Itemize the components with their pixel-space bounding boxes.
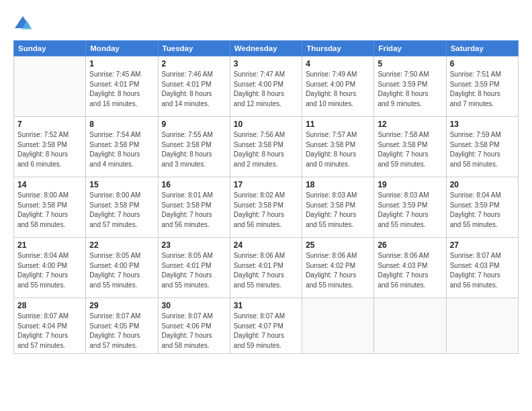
day-info: Sunrise: 8:00 AMSunset: 3:58 PMDaylight:… [89,191,154,230]
calendar-week-3: 14Sunrise: 8:00 AMSunset: 3:58 PMDayligh… [14,177,519,238]
column-header-monday: Monday [86,41,158,56]
day-number: 3 [234,59,298,68]
day-number: 5 [378,59,442,68]
day-number: 22 [89,240,154,250]
day-info: Sunrise: 8:07 AMSunset: 4:05 PMDaylight:… [89,312,154,351]
day-info: Sunrise: 8:06 AMSunset: 4:01 PMDaylight:… [234,251,298,290]
day-info: Sunrise: 8:05 AMSunset: 4:00 PMDaylight:… [89,251,154,290]
calendar-cell: 31Sunrise: 8:07 AMSunset: 4:07 PMDayligh… [230,298,302,354]
day-info: Sunrise: 7:58 AMSunset: 3:58 PMDaylight:… [378,130,442,169]
day-info: Sunrise: 8:06 AMSunset: 4:02 PMDaylight:… [306,251,370,290]
calendar-week-5: 28Sunrise: 8:07 AMSunset: 4:04 PMDayligh… [14,298,519,354]
calendar-cell: 4Sunrise: 7:49 AMSunset: 4:00 PMDaylight… [302,56,374,117]
calendar-cell: 21Sunrise: 8:04 AMSunset: 4:00 PMDayligh… [14,238,86,298]
calendar-cell: 8Sunrise: 7:54 AMSunset: 3:58 PMDaylight… [86,117,158,177]
day-number: 11 [306,120,370,129]
page: SundayMondayTuesdayWednesdayThursdayFrid… [0,0,532,411]
calendar-cell: 28Sunrise: 8:07 AMSunset: 4:04 PMDayligh… [14,298,86,354]
day-info: Sunrise: 8:07 AMSunset: 4:07 PMDaylight:… [234,312,298,351]
day-number: 8 [89,120,154,129]
calendar-cell: 24Sunrise: 8:06 AMSunset: 4:01 PMDayligh… [230,238,302,298]
day-number: 19 [378,180,442,189]
day-number: 10 [234,120,298,129]
calendar-cell: 3Sunrise: 7:47 AMSunset: 4:00 PMDaylight… [230,56,302,117]
column-header-wednesday: Wednesday [230,41,302,56]
day-info: Sunrise: 7:54 AMSunset: 3:58 PMDaylight:… [89,130,154,169]
calendar-cell: 20Sunrise: 8:04 AMSunset: 3:59 PMDayligh… [446,177,518,238]
calendar-cell: 23Sunrise: 8:05 AMSunset: 4:01 PMDayligh… [158,238,230,298]
day-number: 31 [234,301,298,310]
calendar-cell: 15Sunrise: 8:00 AMSunset: 3:58 PMDayligh… [86,177,158,238]
day-number: 28 [17,301,82,310]
day-number: 9 [162,120,226,129]
calendar-week-2: 7Sunrise: 7:52 AMSunset: 3:58 PMDaylight… [14,117,519,177]
day-info: Sunrise: 7:57 AMSunset: 3:58 PMDaylight:… [306,130,370,169]
day-number: 7 [17,120,82,129]
day-info: Sunrise: 7:56 AMSunset: 3:58 PMDaylight:… [234,130,298,169]
day-info: Sunrise: 8:07 AMSunset: 4:04 PMDaylight:… [17,312,82,351]
day-info: Sunrise: 7:47 AMSunset: 4:00 PMDaylight:… [234,70,298,109]
day-number: 12 [378,120,442,129]
calendar-cell: 17Sunrise: 8:02 AMSunset: 3:58 PMDayligh… [230,177,302,238]
calendar-cell: 10Sunrise: 7:56 AMSunset: 3:58 PMDayligh… [230,117,302,177]
calendar-cell: 5Sunrise: 7:50 AMSunset: 3:59 PMDaylight… [374,56,446,117]
logo [13,15,35,34]
day-info: Sunrise: 8:07 AMSunset: 4:06 PMDaylight:… [162,312,226,351]
logo-icon [13,15,32,34]
calendar-cell: 26Sunrise: 8:06 AMSunset: 4:03 PMDayligh… [374,238,446,298]
day-info: Sunrise: 8:05 AMSunset: 4:01 PMDaylight:… [162,251,226,290]
day-info: Sunrise: 7:55 AMSunset: 3:58 PMDaylight:… [162,130,226,169]
calendar-cell [446,298,518,354]
day-number: 29 [89,301,154,310]
day-number: 15 [89,180,154,189]
calendar-cell: 27Sunrise: 8:07 AMSunset: 4:03 PMDayligh… [446,238,518,298]
calendar-cell: 25Sunrise: 8:06 AMSunset: 4:02 PMDayligh… [302,238,374,298]
day-number: 4 [306,59,370,68]
column-header-sunday: Sunday [14,41,86,56]
day-number: 14 [17,180,82,189]
day-info: Sunrise: 8:03 AMSunset: 3:59 PMDaylight:… [378,191,442,230]
day-info: Sunrise: 8:02 AMSunset: 3:58 PMDaylight:… [234,191,298,230]
calendar-cell: 14Sunrise: 8:00 AMSunset: 3:58 PMDayligh… [14,177,86,238]
day-number: 2 [162,59,226,68]
calendar-cell: 12Sunrise: 7:58 AMSunset: 3:58 PMDayligh… [374,117,446,177]
column-header-thursday: Thursday [302,41,374,56]
calendar-cell: 11Sunrise: 7:57 AMSunset: 3:58 PMDayligh… [302,117,374,177]
calendar-cell [14,56,86,117]
calendar-week-1: 1Sunrise: 7:45 AMSunset: 4:01 PMDaylight… [14,56,519,117]
calendar-cell: 2Sunrise: 7:46 AMSunset: 4:01 PMDaylight… [158,56,230,117]
day-info: Sunrise: 8:06 AMSunset: 4:03 PMDaylight:… [378,251,442,290]
calendar-cell: 13Sunrise: 7:59 AMSunset: 3:58 PMDayligh… [446,117,518,177]
day-info: Sunrise: 7:59 AMSunset: 3:58 PMDaylight:… [450,130,515,169]
day-number: 13 [450,120,515,129]
day-info: Sunrise: 8:01 AMSunset: 3:58 PMDaylight:… [162,191,226,230]
calendar-cell: 6Sunrise: 7:51 AMSunset: 3:59 PMDaylight… [446,56,518,117]
calendar-cell: 22Sunrise: 8:05 AMSunset: 4:00 PMDayligh… [86,238,158,298]
column-header-saturday: Saturday [446,41,518,56]
day-number: 16 [162,180,226,189]
day-number: 30 [162,301,226,310]
column-header-friday: Friday [374,41,446,56]
calendar: SundayMondayTuesdayWednesdayThursdayFrid… [13,40,519,354]
calendar-week-4: 21Sunrise: 8:04 AMSunset: 4:00 PMDayligh… [14,238,519,298]
day-info: Sunrise: 7:45 AMSunset: 4:01 PMDaylight:… [89,70,154,109]
day-info: Sunrise: 7:50 AMSunset: 3:59 PMDaylight:… [378,70,442,109]
day-number: 24 [234,240,298,250]
calendar-cell: 19Sunrise: 8:03 AMSunset: 3:59 PMDayligh… [374,177,446,238]
day-number: 23 [162,240,226,250]
calendar-cell: 1Sunrise: 7:45 AMSunset: 4:01 PMDaylight… [86,56,158,117]
day-info: Sunrise: 7:51 AMSunset: 3:59 PMDaylight:… [450,70,515,109]
day-info: Sunrise: 7:46 AMSunset: 4:01 PMDaylight:… [162,70,226,109]
calendar-cell: 7Sunrise: 7:52 AMSunset: 3:58 PMDaylight… [14,117,86,177]
calendar-cell [374,298,446,354]
header [13,12,519,34]
calendar-cell: 18Sunrise: 8:03 AMSunset: 3:58 PMDayligh… [302,177,374,238]
calendar-cell: 30Sunrise: 8:07 AMSunset: 4:06 PMDayligh… [158,298,230,354]
day-number: 20 [450,180,515,189]
calendar-cell: 29Sunrise: 8:07 AMSunset: 4:05 PMDayligh… [86,298,158,354]
day-number: 21 [17,240,82,250]
day-number: 27 [450,240,515,250]
day-info: Sunrise: 7:49 AMSunset: 4:00 PMDaylight:… [306,70,370,109]
day-number: 17 [234,180,298,189]
day-number: 6 [450,59,515,68]
